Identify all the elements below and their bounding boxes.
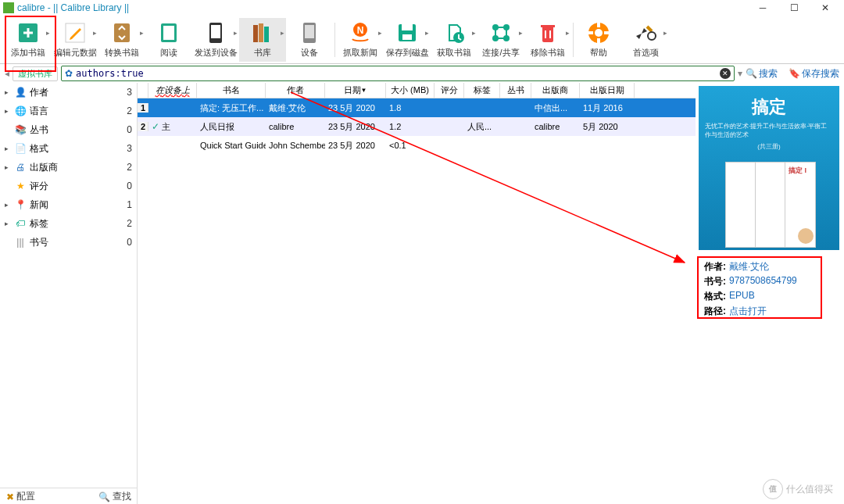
meta-author-label: 作者:	[704, 260, 726, 273]
meta-format-label: 格式:	[704, 290, 726, 303]
news-icon: N	[348, 20, 373, 45]
cell-author: calibre	[266, 122, 325, 131]
column-header[interactable]: 大小 (MB)	[386, 83, 435, 98]
find-button[interactable]: 🔍查找	[98, 490, 131, 503]
maximize-button[interactable]: ☐	[778, 0, 810, 16]
expand-icon[interactable]: ▸	[5, 88, 11, 96]
sidebar-item-series[interactable]: 📚丛书0	[0, 120, 137, 139]
column-header[interactable]: 书名	[197, 83, 266, 98]
tool-prefs[interactable]: 首选项▸	[622, 18, 669, 62]
column-header[interactable]: 日期 ▼	[325, 83, 386, 98]
tool-label: 转换书籍	[105, 47, 139, 59]
left-collapse-icon[interactable]: ◂	[5, 68, 9, 79]
gear-icon[interactable]: ✿	[65, 68, 73, 79]
chevron-down-icon[interactable]: ▸	[281, 29, 284, 37]
tool-convert[interactable]: 转换书籍▸	[98, 18, 145, 62]
search-button[interactable]: 🔍搜索	[746, 67, 778, 80]
dev2-icon	[297, 20, 322, 45]
publisher-icon: 🖨	[14, 161, 27, 173]
tool-get[interactable]: 获取书籍▸	[431, 18, 477, 62]
search-box[interactable]: ✿ ✕	[61, 66, 735, 81]
cell-dev: ✓ 主	[148, 121, 197, 133]
svg-rect-6	[211, 25, 220, 38]
meta-author[interactable]: 戴维·艾伦	[729, 260, 769, 273]
sidebar-label: 标签	[30, 217, 123, 231]
meta-isbn[interactable]: 9787508654799	[729, 275, 797, 288]
tool-add[interactable]: 添加书籍▸	[5, 18, 52, 62]
sidebar-label: 丛书	[30, 123, 123, 137]
chevron-down-icon[interactable]: ▸	[234, 29, 238, 37]
chevron-down-icon[interactable]: ▸	[93, 29, 97, 37]
sidebar-item-id[interactable]: |||书号0	[0, 233, 137, 252]
book-cover[interactable]: 搞定 无忧工作的艺术·提升工作与生活效率·平衡工作与生活的艺术 (共三册) 搞定…	[699, 86, 839, 250]
chevron-down-icon[interactable]: ▸	[46, 29, 50, 37]
tool-save[interactable]: 保存到磁盘▸	[384, 18, 431, 62]
column-header[interactable]	[138, 83, 148, 98]
svg-rect-16	[402, 34, 412, 40]
column-header[interactable]: 标签	[464, 83, 500, 98]
tool-label: 设备	[301, 47, 318, 59]
sidebar-count: 1	[127, 199, 132, 210]
expand-icon[interactable]: ▸	[5, 107, 11, 115]
search-row: ◂ 虚拟书库 ✿ ✕ ▾ 🔍搜索 🔖保存搜索	[0, 64, 844, 83]
close-button[interactable]: ✕	[810, 0, 841, 16]
clear-search-icon[interactable]: ✕	[720, 68, 731, 79]
tool-dev2[interactable]: 设备	[286, 18, 333, 62]
tool-read[interactable]: 阅读	[145, 18, 192, 62]
book-list: 在设备上书名作者日期 ▼大小 (MB)评分标签丛书出版商出版日期 1搞定: 无压…	[138, 83, 696, 504]
config-button[interactable]: ✖配置	[6, 490, 35, 503]
table-row[interactable]: 2✓ 主人民日报calibre23 5月 20201.2人民...calibre…	[138, 117, 696, 136]
sidebar-item-rating[interactable]: ★评分0	[0, 177, 137, 195]
chevron-down-icon[interactable]: ▸	[472, 29, 476, 37]
tool-edit[interactable]: 编辑元数据▸	[52, 18, 98, 62]
table-row[interactable]: 1搞定: 无压工作...戴维·艾伦23 5月 20201.8中信出...11月 …	[138, 98, 696, 117]
svg-rect-9	[264, 27, 269, 42]
tool-news[interactable]: N抓取新闻▸	[337, 18, 384, 62]
chevron-down-icon[interactable]: ▸	[566, 29, 570, 37]
chevron-down-icon[interactable]: ▸	[519, 29, 523, 37]
virtual-library-button[interactable]: 虚拟书库	[13, 66, 58, 81]
expand-icon[interactable]: ▸	[5, 163, 11, 171]
meta-path[interactable]: 点击打开	[729, 305, 767, 318]
chevron-down-icon[interactable]: ▸	[425, 29, 429, 37]
column-header[interactable]: 在设备上	[148, 83, 197, 98]
sidebar-item-lang[interactable]: ▸🌐语言2	[0, 102, 137, 120]
tool-device[interactable]: 发送到设备▸	[192, 18, 239, 62]
tool-help[interactable]: 帮助	[575, 18, 622, 62]
save-search-button[interactable]: 🔖保存搜索	[789, 67, 839, 80]
meta-format[interactable]: EPUB	[729, 290, 755, 303]
sidebar-item-author[interactable]: ▸👤作者3	[0, 83, 137, 102]
tool-label: 帮助	[590, 47, 607, 59]
sidebar-label: 出版商	[30, 161, 123, 174]
column-header[interactable]: 评分	[435, 83, 464, 98]
cell-title: 人民日报	[197, 121, 266, 133]
column-header[interactable]: 丛书	[500, 83, 531, 98]
cell-publisher: calibre	[531, 122, 580, 131]
column-header[interactable]: 出版商	[531, 83, 580, 98]
tool-label: 编辑元数据	[54, 47, 97, 59]
chevron-down-icon[interactable]: ▸	[663, 29, 667, 37]
sidebar-item-publisher[interactable]: ▸🖨出版商2	[0, 158, 137, 177]
tool-remove[interactable]: 移除书籍▸	[524, 18, 571, 62]
sidebar-item-tags[interactable]: ▸🏷标签2	[0, 214, 137, 233]
dropdown-icon[interactable]: ▾	[738, 68, 742, 79]
search-input[interactable]	[76, 68, 720, 79]
sidebar-item-news[interactable]: ▸📍新闻1	[0, 195, 137, 214]
cell-size: 1.8	[386, 103, 435, 113]
tool-library[interactable]: 书库▸	[239, 18, 286, 62]
chevron-down-icon[interactable]: ▸	[378, 29, 382, 37]
tool-share[interactable]: 连接/共享▸	[477, 18, 524, 62]
expand-icon[interactable]: ▸	[5, 201, 11, 209]
minimize-button[interactable]: ─	[747, 0, 778, 16]
table-row[interactable]: Quick Start GuideJohn Schember23 5月 2020…	[138, 136, 696, 155]
sidebar-item-format[interactable]: ▸📄格式3	[0, 139, 137, 158]
expand-icon[interactable]: ▸	[5, 145, 11, 152]
column-header[interactable]: 出版日期	[580, 83, 635, 98]
sidebar-count: 3	[127, 87, 132, 98]
chevron-down-icon[interactable]: ▸	[140, 29, 144, 37]
expand-icon[interactable]: ▸	[5, 220, 11, 227]
table-body: 1搞定: 无压工作...戴维·艾伦23 5月 20201.8中信出...11月 …	[138, 98, 696, 155]
cell-size: 1.2	[386, 122, 435, 131]
column-header[interactable]: 作者	[266, 83, 325, 98]
cell-pubdate: 11月 2016	[580, 102, 635, 114]
